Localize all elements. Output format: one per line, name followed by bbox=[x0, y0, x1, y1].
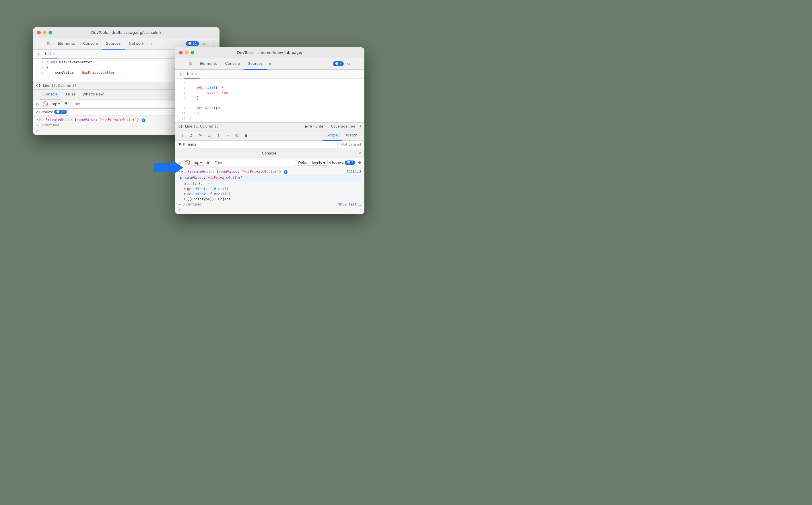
front-someval-val: "HasPrivateGetter" bbox=[206, 176, 243, 180]
front-status-bar: {} Line 13, Column 13 ▶ ⌘+Enter Coverage… bbox=[175, 122, 364, 130]
front-prototype: ▶ [[Prototype]]: Object bbox=[179, 197, 361, 202]
back-top-dropdown[interactable]: top ▾ bbox=[49, 101, 62, 107]
svg-marker-0 bbox=[154, 161, 183, 175]
front-highlighted-row: ▶ someValue: "HasPrivateGetter" bbox=[179, 175, 361, 181]
back-minimize-button[interactable] bbox=[43, 31, 46, 34]
front-scope-tab-scope[interactable]: Scope bbox=[323, 130, 342, 141]
front-issues-badge: 4 Issues: 💬 4 bbox=[329, 161, 355, 165]
front-info-icon[interactable]: ℹ bbox=[284, 170, 287, 174]
back-console-tab-whatsnew[interactable]: What's New bbox=[79, 90, 107, 100]
front-top-dropdown[interactable]: top ▾ bbox=[192, 160, 204, 166]
front-coverage-btn[interactable]: ⬇ bbox=[359, 124, 361, 128]
back-ban-button[interactable]: 🚫 bbox=[42, 101, 48, 107]
front-chat-badge: 💬 4 bbox=[333, 61, 344, 66]
front-console-output: ▼ HasPrivateGetter {someValue: 'HasPriva… bbox=[175, 167, 364, 214]
front-console-close-btn[interactable]: ✕ bbox=[356, 150, 363, 157]
front-step-out-btn[interactable]: ↑ bbox=[215, 132, 222, 139]
front-tab-more[interactable]: » bbox=[267, 58, 274, 70]
front-close-button[interactable] bbox=[179, 51, 183, 54]
front-object-line: ▼ HasPrivateGetter {someValue: 'HasPriva… bbox=[179, 169, 287, 175]
back-tab-network[interactable]: Network bbox=[125, 38, 148, 49]
front-step-back-btn[interactable]: ↺ bbox=[187, 132, 195, 139]
front-more-button[interactable]: ⋮ bbox=[354, 60, 362, 68]
front-prototype-label: [[Prototype]]: Object bbox=[187, 197, 231, 201]
front-tab-console[interactable]: Console bbox=[221, 58, 244, 70]
front-code-area: 4 5 get #test() { 6 return 'foo'; 7 } 8 … bbox=[175, 79, 364, 122]
back-inspect-button[interactable]: ⬚ bbox=[35, 40, 43, 48]
back-console-tab-console[interactable]: Console bbox=[40, 90, 61, 100]
front-file-tab-close[interactable]: ✕ bbox=[195, 72, 197, 75]
back-titlebar: DevTools - drafts.csswg.org/css-color/ bbox=[33, 27, 220, 38]
front-filter-input[interactable] bbox=[213, 160, 295, 166]
front-threads-triangle[interactable]: ▼ bbox=[179, 142, 181, 146]
front-top-label: top bbox=[194, 161, 200, 165]
front-file-nav-button[interactable]: ▷ bbox=[177, 70, 184, 78]
front-run-btn[interactable]: ▶ ⌘+Enter bbox=[305, 124, 325, 128]
back-close-button[interactable] bbox=[37, 31, 41, 34]
back-file-tab-name: test bbox=[45, 52, 51, 56]
front-undefined-line: ← undefined bbox=[179, 202, 201, 207]
front-issues-label: 4 Issues: bbox=[329, 161, 344, 165]
front-step-over-btn[interactable]: ↷ bbox=[196, 132, 204, 139]
back-device-button[interactable]: ⧉ bbox=[44, 40, 52, 48]
front-minimize-button[interactable] bbox=[185, 51, 189, 54]
front-prompt-line[interactable]: > bbox=[179, 207, 361, 212]
front-file-tab-test[interactable]: test ✕ bbox=[184, 70, 200, 78]
front-chat-icon: 💬 bbox=[335, 62, 339, 66]
front-set-test: ▶ set #test: f #test(n) bbox=[179, 191, 361, 197]
back-more-button[interactable]: ⋮ bbox=[209, 40, 217, 48]
back-object-text: HasPrivateGetter {someValue: 'HasPrivate… bbox=[39, 118, 145, 122]
front-tab-bar: Elements Console Sources » bbox=[196, 58, 332, 70]
front-console-panel-title: Console bbox=[182, 151, 356, 155]
back-tab-elements[interactable]: Elements bbox=[54, 38, 79, 49]
front-console-settings[interactable]: ⚙ bbox=[356, 160, 363, 166]
back-file-tab-close[interactable]: ✕ bbox=[53, 52, 55, 55]
front-fullscreen-button[interactable] bbox=[191, 51, 194, 54]
front-stop-btn[interactable]: ⏹ bbox=[242, 132, 250, 139]
front-default-levels[interactable]: Default levels ▼ bbox=[296, 160, 328, 166]
front-console-panel-bar: ⋮ Console ✕ bbox=[175, 149, 364, 158]
front-vm-link[interactable]: VM52 test:1 bbox=[338, 202, 361, 206]
front-test-key: #test bbox=[184, 182, 195, 186]
front-scope-tab-watch[interactable]: Watch bbox=[342, 130, 361, 141]
back-tab-sources[interactable]: Sources bbox=[102, 38, 125, 49]
front-titlebar: DevTools - chrome://new-tab-page/ bbox=[175, 47, 364, 58]
front-pause-btn[interactable]: ⏸ bbox=[178, 132, 185, 139]
front-tab-sources[interactable]: Sources bbox=[244, 58, 266, 70]
back-info-icon[interactable]: ℹ bbox=[142, 118, 145, 122]
front-default-levels-label: Default levels ▼ bbox=[298, 161, 326, 165]
front-chat-count: 4 bbox=[340, 62, 342, 66]
back-play-button[interactable]: ▷ bbox=[35, 101, 41, 107]
front-window-title: DevTools - chrome://new-tab-page/ bbox=[237, 50, 302, 55]
front-deactivate-btn[interactable]: ⊘ bbox=[233, 132, 240, 139]
back-console-tab-issues[interactable]: Issues bbox=[61, 90, 79, 100]
back-console-menu[interactable]: ⋮ bbox=[34, 90, 40, 100]
back-tab-more[interactable]: » bbox=[148, 38, 155, 49]
front-threads-row: ▼ Threads Not paused bbox=[175, 141, 364, 149]
front-device-button[interactable]: ⧉ bbox=[187, 60, 195, 68]
front-code-line-9: 9 set #test(n) { bbox=[175, 106, 364, 111]
back-settings-button[interactable]: ⚙ bbox=[200, 40, 208, 48]
back-file-tab-test[interactable]: test ✕ bbox=[42, 50, 58, 58]
back-file-nav-button[interactable]: ▷ bbox=[35, 50, 42, 58]
front-coverage: Coverage: n/a bbox=[331, 124, 355, 128]
front-object-row: ▼ HasPrivateGetter {someValue: 'HasPriva… bbox=[179, 169, 361, 175]
back-traffic-lights bbox=[37, 31, 52, 34]
back-tab-console[interactable]: Console bbox=[79, 38, 102, 49]
front-set-label: set #test: f #test(n) bbox=[187, 192, 231, 196]
front-test-link[interactable]: test:13 bbox=[346, 169, 361, 173]
front-eye-btn[interactable]: 👁 bbox=[205, 160, 212, 166]
back-curly-icon: {} bbox=[36, 84, 41, 88]
front-inspect-button[interactable]: ⬚ bbox=[177, 60, 185, 68]
front-step-into-btn[interactable]: ↓ bbox=[206, 132, 213, 139]
back-eye-button[interactable]: 👁 bbox=[63, 101, 70, 107]
back-fullscreen-button[interactable] bbox=[48, 31, 52, 34]
front-code-line-6: 6 return 'foo'; bbox=[175, 90, 364, 96]
front-settings-button[interactable]: ⚙ bbox=[345, 60, 353, 68]
front-console-panel-menu[interactable]: ⋮ bbox=[176, 149, 182, 158]
front-console-ban-btn[interactable]: 🚫 bbox=[184, 160, 191, 166]
front-step-btn[interactable]: ⇥ bbox=[224, 132, 231, 139]
front-console-toolbar: ▷ 🚫 top ▾ 👁 Default levels ▼ 4 Issues: 💬… bbox=[175, 158, 364, 167]
front-tab-elements[interactable]: Elements bbox=[196, 58, 221, 70]
back-chat-count: 21 bbox=[193, 42, 197, 45]
